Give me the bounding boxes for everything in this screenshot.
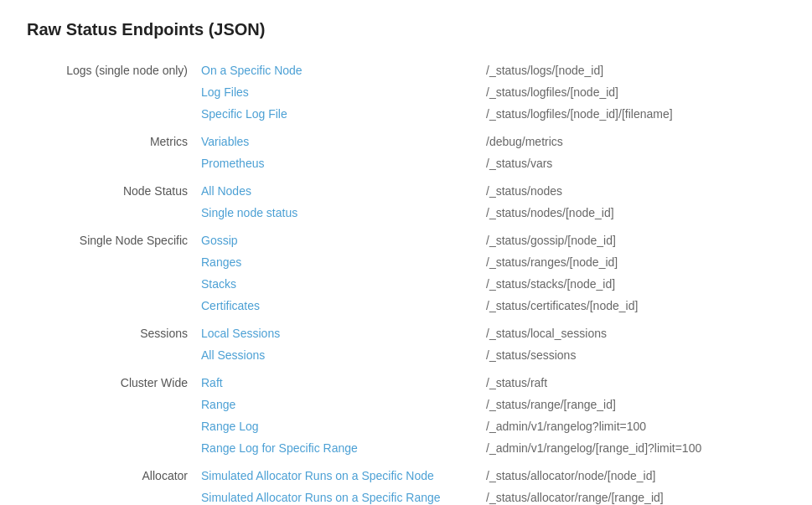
section-label-node-status bbox=[27, 202, 194, 224]
endpoint-path: /_status/local_sessions bbox=[479, 317, 785, 344]
section-label-cluster-wide: Cluster Wide bbox=[27, 366, 194, 394]
section-label-sessions bbox=[27, 344, 194, 366]
link-single-node-3[interactable]: Certificates bbox=[201, 299, 260, 312]
endpoint-path: /_status/nodes bbox=[479, 174, 785, 202]
section-label-allocator bbox=[27, 487, 194, 505]
endpoint-path: /_status/raft bbox=[479, 366, 785, 394]
section-label-logs bbox=[27, 103, 194, 125]
section-label-single-node bbox=[27, 251, 194, 273]
link-cluster-wide-3[interactable]: Range Log for Specific Range bbox=[201, 441, 358, 455]
endpoint-link-cell: All Sessions bbox=[194, 344, 479, 366]
link-sessions-0[interactable]: Local Sessions bbox=[201, 327, 280, 340]
link-logs-2[interactable]: Specific Log File bbox=[201, 107, 287, 121]
link-allocator-0[interactable]: Simulated Allocator Runs on a Specific N… bbox=[201, 469, 434, 482]
endpoint-link-cell: Local Sessions bbox=[194, 317, 479, 344]
endpoint-path: /_status/sessions bbox=[479, 344, 785, 366]
endpoint-path: /_status/nodes/[node_id] bbox=[479, 202, 785, 224]
endpoints-table: Logs (single node only)On a Specific Nod… bbox=[27, 59, 785, 505]
section-label-metrics bbox=[27, 152, 194, 174]
link-single-node-1[interactable]: Ranges bbox=[201, 255, 241, 269]
endpoint-link-cell: Ranges bbox=[194, 251, 479, 273]
endpoint-path: /_status/stacks/[node_id] bbox=[479, 273, 785, 295]
endpoint-link-cell: Log Files bbox=[194, 81, 479, 103]
endpoint-path: /_status/range/[range_id] bbox=[479, 394, 785, 415]
endpoint-path: /_status/logfiles/[node_id] bbox=[479, 81, 785, 103]
section-label-single-node: Single Node Specific bbox=[27, 224, 194, 251]
endpoint-path: /_status/vars bbox=[479, 152, 785, 174]
page-title: Raw Status Endpoints (JSON) bbox=[27, 20, 785, 39]
link-logs-1[interactable]: Log Files bbox=[201, 85, 249, 99]
section-label-cluster-wide bbox=[27, 415, 194, 437]
endpoint-link-cell: On a Specific Node bbox=[194, 59, 479, 81]
endpoint-link-cell: Certificates bbox=[194, 295, 479, 317]
endpoint-path: /_status/allocator/range/[range_id] bbox=[479, 487, 785, 505]
endpoint-link-cell: Gossip bbox=[194, 224, 479, 251]
link-cluster-wide-2[interactable]: Range Log bbox=[201, 420, 259, 433]
endpoint-link-cell: Prometheus bbox=[194, 152, 479, 174]
section-label-node-status: Node Status bbox=[27, 174, 194, 202]
endpoint-link-cell: Range Log bbox=[194, 415, 479, 437]
endpoint-link-cell: Range Log for Specific Range bbox=[194, 437, 479, 459]
endpoint-link-cell: All Nodes bbox=[194, 174, 479, 202]
section-label-logs bbox=[27, 81, 194, 103]
link-sessions-1[interactable]: All Sessions bbox=[201, 348, 265, 362]
endpoint-link-cell: Simulated Allocator Runs on a Specific N… bbox=[194, 459, 479, 487]
link-metrics-1[interactable]: Prometheus bbox=[201, 157, 264, 170]
link-node-status-0[interactable]: All Nodes bbox=[201, 184, 251, 198]
endpoint-link-cell: Specific Log File bbox=[194, 103, 479, 125]
endpoint-link-cell: Simulated Allocator Runs on a Specific R… bbox=[194, 487, 479, 505]
link-allocator-1[interactable]: Simulated Allocator Runs on a Specific R… bbox=[201, 491, 441, 504]
endpoint-path: /debug/metrics bbox=[479, 125, 785, 152]
endpoint-link-cell: Stacks bbox=[194, 273, 479, 295]
section-label-cluster-wide bbox=[27, 437, 194, 459]
link-single-node-2[interactable]: Stacks bbox=[201, 277, 236, 291]
link-node-status-1[interactable]: Single node status bbox=[201, 206, 297, 219]
endpoint-path: /_admin/v1/rangelog?limit=100 bbox=[479, 415, 785, 437]
section-label-logs: Logs (single node only) bbox=[27, 59, 194, 81]
section-label-single-node bbox=[27, 273, 194, 295]
endpoint-link-cell: Variables bbox=[194, 125, 479, 152]
link-cluster-wide-0[interactable]: Raft bbox=[201, 376, 223, 389]
section-label-single-node bbox=[27, 295, 194, 317]
endpoint-path: /_status/allocator/node/[node_id] bbox=[479, 459, 785, 487]
section-label-metrics: Metrics bbox=[27, 125, 194, 152]
endpoint-link-cell: Raft bbox=[194, 366, 479, 394]
endpoint-path: /_status/certificates/[node_id] bbox=[479, 295, 785, 317]
link-logs-0[interactable]: On a Specific Node bbox=[201, 64, 303, 77]
section-label-allocator: Allocator bbox=[27, 459, 194, 487]
page-container: Raw Status Endpoints (JSON) Logs (single… bbox=[0, 0, 812, 505]
endpoint-path: /_status/logs/[node_id] bbox=[479, 59, 785, 81]
link-cluster-wide-1[interactable]: Range bbox=[201, 398, 235, 411]
endpoint-link-cell: Single node status bbox=[194, 202, 479, 224]
endpoint-path: /_status/logfiles/[node_id]/[filename] bbox=[479, 103, 785, 125]
section-label-cluster-wide bbox=[27, 394, 194, 415]
endpoint-path: /_status/gossip/[node_id] bbox=[479, 224, 785, 251]
link-single-node-0[interactable]: Gossip bbox=[201, 234, 238, 247]
link-metrics-0[interactable]: Variables bbox=[201, 135, 249, 148]
endpoint-path: /_status/ranges/[node_id] bbox=[479, 251, 785, 273]
section-label-sessions: Sessions bbox=[27, 317, 194, 344]
endpoint-path: /_admin/v1/rangelog/[range_id]?limit=100 bbox=[479, 437, 785, 459]
endpoint-link-cell: Range bbox=[194, 394, 479, 415]
